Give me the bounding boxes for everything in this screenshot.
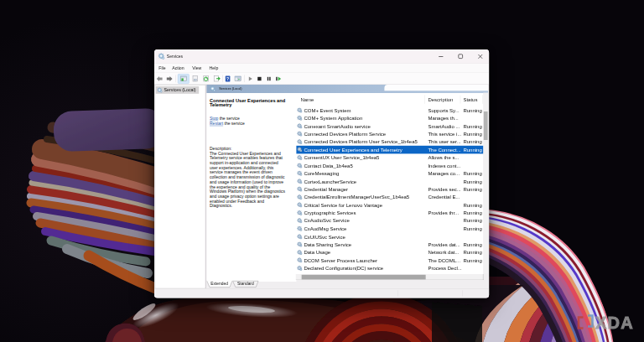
svg-text:?: ?	[226, 76, 229, 81]
svg-text:XDA: XDA	[595, 314, 634, 332]
svg-text:Extended: Extended	[210, 282, 228, 286]
svg-text:Standard: Standard	[236, 282, 253, 286]
